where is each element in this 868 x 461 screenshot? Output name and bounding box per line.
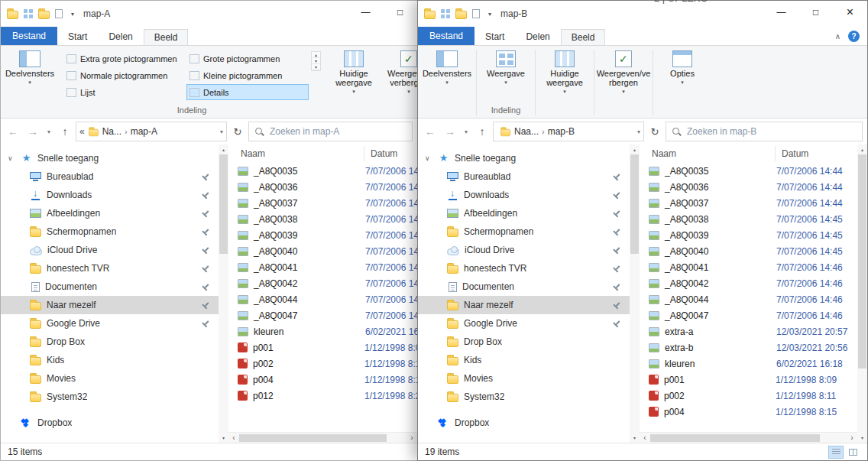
sidebar-item[interactable]: ∨ Snelle toegang <box>1 149 219 167</box>
column-header-naam[interactable]: Naam <box>228 146 364 161</box>
sidebar-item[interactable]: ∨ iCloud Drive <box>418 241 630 259</box>
sidebar-item[interactable]: ∨ Kids <box>1 351 219 369</box>
file-row[interactable]: _A8Q0041 7/07/2006 14:46 <box>640 259 857 275</box>
tab-bestand[interactable]: Bestand <box>1 27 57 45</box>
layout-option[interactable]: Grote pictogrammen <box>186 50 309 67</box>
tab-start[interactable]: Start <box>474 28 515 45</box>
file-row[interactable]: _A8Q0038 7/07/2006 14:45 <box>640 211 857 227</box>
file-row[interactable]: kleuren 6/02/2021 16:18 <box>640 355 857 372</box>
maximize-button[interactable]: □ <box>798 1 833 24</box>
current-view-button[interactable]: Huidige weergave ▾ <box>326 47 381 95</box>
refresh-button[interactable]: ↻ <box>228 122 247 141</box>
recent-locations-chevron-icon[interactable]: ▾ <box>44 122 54 141</box>
search-box[interactable] <box>248 122 413 141</box>
file-row[interactable]: extra-a 12/03/2021 20:57 <box>640 323 857 339</box>
scrollbar-track[interactable] <box>857 368 867 433</box>
sidebar-item[interactable]: ∨ Bureaublad <box>418 167 630 186</box>
scroll-right-icon[interactable]: › <box>847 433 857 443</box>
file-row[interactable]: _A8Q0039 7/07/2006 14:45 <box>640 227 857 243</box>
forward-button[interactable]: → <box>24 122 42 141</box>
tab-beeld[interactable]: Beeld <box>561 29 606 45</box>
sidebar-item[interactable]: ∨ Kids <box>418 351 630 369</box>
layout-option[interactable]: Kleine pictogrammen <box>186 67 309 83</box>
scroll-up-icon[interactable]: ▴ <box>630 144 640 154</box>
file-row[interactable]: p004 1/12/1998 8:15 <box>228 372 417 388</box>
tab-start[interactable]: Start <box>57 28 98 45</box>
scroll-down-icon[interactable]: ▾ <box>219 433 228 443</box>
breadcrumb-parent[interactable]: Naa... <box>514 126 539 137</box>
file-row[interactable]: _A8Q0044 7/07/2006 14:46 <box>640 291 857 307</box>
titlebar[interactable]: ▾ map-B — □ × <box>418 1 867 27</box>
minimize-button[interactable]: — <box>348 1 383 24</box>
sidebar-item[interactable]: ∨ Schermopnamen <box>418 222 630 241</box>
titlebar[interactable]: ▾ map-A — □ <box>1 1 417 27</box>
qat-properties-icon[interactable] <box>441 9 450 18</box>
sidebar-item[interactable]: ∨ Downloads <box>418 186 630 204</box>
sidebar-item[interactable]: ∨ Snelle toegang <box>418 149 630 167</box>
sidebar-item[interactable]: ∨ iCloud Drive <box>1 241 219 259</box>
gallery-more-icon[interactable]: ▾ <box>312 64 320 70</box>
breadcrumb-overflow[interactable]: « <box>79 126 85 137</box>
sidebar-item[interactable]: ∨ Afbeeldingen <box>418 204 630 222</box>
minimize-button[interactable]: — <box>764 1 798 24</box>
sidebar-item[interactable]: ∨ Documenten <box>418 278 630 296</box>
file-row[interactable]: _A8Q0035 7/07/2006 14:44 <box>228 163 417 179</box>
up-button[interactable]: ↑ <box>473 122 491 141</box>
sidebar-item[interactable]: ∨ Drop Box <box>1 333 219 351</box>
sidebar-item[interactable]: ∨ honestech TVR <box>418 259 630 278</box>
close-button[interactable]: × <box>833 1 867 24</box>
back-button[interactable]: ← <box>4 122 22 141</box>
column-header-datum[interactable]: Datum <box>776 148 808 159</box>
layout-option[interactable]: Normale pictogrammen <box>63 67 186 83</box>
sidebar-item[interactable]: ∨ Google Drive <box>1 314 219 333</box>
breadcrumb-current[interactable]: map-B <box>548 126 575 137</box>
tab-delen[interactable]: Delen <box>515 28 560 45</box>
file-row[interactable]: extra-b 12/03/2021 20:56 <box>640 339 857 355</box>
column-header-datum[interactable]: Datum <box>364 148 397 159</box>
qat-customize-chevron-icon[interactable]: ▾ <box>71 11 74 18</box>
sidebar-scrollbar[interactable]: ▴ ▾ <box>630 144 640 443</box>
search-input[interactable] <box>687 126 857 137</box>
sidebar-item[interactable]: ∨ Naar mezelf <box>418 296 630 314</box>
scroll-left-icon[interactable]: ‹ <box>640 433 650 443</box>
breadcrumb-current[interactable]: map-A <box>131 126 157 137</box>
sidebar-item[interactable]: ∨ Afbeeldingen <box>1 204 219 222</box>
layout-option[interactable]: Extra grote pictogrammen <box>63 50 186 67</box>
scrollbar-thumb[interactable] <box>650 434 820 442</box>
tab-beeld[interactable]: Beeld <box>144 29 189 45</box>
sidebar-item[interactable]: ∨ System32 <box>418 388 630 406</box>
file-row[interactable]: _A8Q0038 7/07/2006 14:45 <box>228 211 417 227</box>
horizontal-scrollbar[interactable]: ‹ › <box>228 432 417 443</box>
scroll-up-icon[interactable]: ▴ <box>219 144 228 154</box>
sidebar-item[interactable]: ∨ Movies <box>1 369 219 388</box>
up-button[interactable]: ↑ <box>56 122 74 141</box>
sidebar-item[interactable]: ∨ Google Drive <box>418 314 630 333</box>
show-hide-button[interactable]: Weergeven/verbergen ▾ <box>596 47 651 95</box>
file-row[interactable]: _A8Q0042 7/07/2006 14:46 <box>640 275 857 291</box>
view-button[interactable]: Weergave ▾ <box>478 47 533 86</box>
scrollbar-thumb[interactable] <box>219 154 228 254</box>
sidebar-item[interactable]: ∨ Drop Box <box>418 333 630 351</box>
file-row[interactable]: _A8Q0044 7/07/2006 14:46 <box>228 291 417 307</box>
ribbon-collapse-icon[interactable]: ∧ <box>835 32 840 41</box>
file-row[interactable]: kleuren 6/02/2021 16:18 <box>228 323 417 339</box>
gallery-scroll-down-icon[interactable]: ▾ <box>312 58 320 64</box>
maximize-button[interactable]: □ <box>383 1 417 24</box>
file-list-scrollbar[interactable]: ▴ ▾ <box>857 144 867 443</box>
breadcrumb[interactable]: Naa... › map-B ▾ <box>493 122 644 141</box>
scroll-up-icon[interactable]: ▴ <box>857 144 867 154</box>
file-row[interactable]: p001 1/12/1998 8:09 <box>228 339 417 355</box>
file-row[interactable]: p002 1/12/1998 8:11 <box>640 388 857 404</box>
scrollbar-thumb[interactable] <box>630 154 639 254</box>
help-icon[interactable]: ? <box>848 31 860 42</box>
scroll-left-icon[interactable]: ‹ <box>228 433 239 443</box>
file-row[interactable]: _A8Q0042 7/07/2006 14:46 <box>228 275 417 291</box>
sidebar-item[interactable]: ∨ Dropbox <box>1 414 219 432</box>
file-row[interactable]: _A8Q0036 7/07/2006 14:44 <box>228 179 417 195</box>
file-row[interactable]: p001 1/12/1998 8:09 <box>640 372 857 388</box>
address-dropdown-icon[interactable]: ▾ <box>220 128 223 135</box>
qat-item-icon[interactable] <box>55 9 63 18</box>
details-view-toggle[interactable] <box>828 446 844 459</box>
sidebar-item[interactable]: ∨ Documenten <box>1 278 219 296</box>
search-input[interactable] <box>270 126 406 137</box>
